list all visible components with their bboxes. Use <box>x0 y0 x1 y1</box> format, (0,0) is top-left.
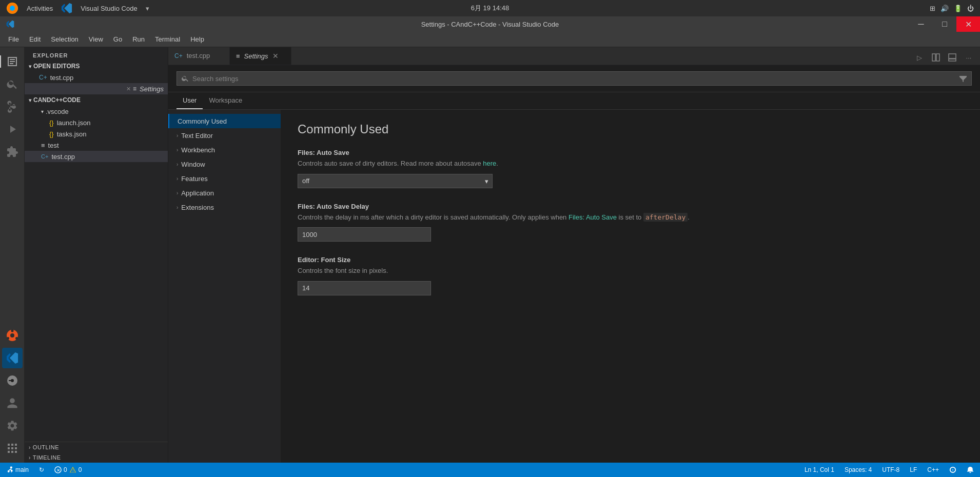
activity-dots[interactable] <box>2 438 23 459</box>
menu-help[interactable]: Help <box>186 33 208 45</box>
menu-edit[interactable]: Edit <box>25 33 45 45</box>
run-action-btn[interactable]: ▷ <box>912 50 927 65</box>
activity-disk[interactable] <box>2 370 23 391</box>
setting-auto-save-delay: Files: Auto Save Delay Controls the dela… <box>298 203 964 242</box>
outline-section[interactable]: › OUTLINE <box>25 442 168 452</box>
svg-rect-17 <box>11 451 13 453</box>
tab-workspace[interactable]: Workspace <box>203 92 248 109</box>
filter-icon[interactable] <box>959 74 967 83</box>
menu-run[interactable]: Run <box>128 33 149 45</box>
outline-label: OUTLINE <box>33 444 59 450</box>
menu-view[interactable]: View <box>85 33 107 45</box>
split-editor-btn[interactable] <box>929 50 943 65</box>
activity-explorer[interactable] <box>2 51 23 72</box>
tab-user[interactable]: User <box>177 92 203 109</box>
minimize-button[interactable]: ─ <box>909 16 933 32</box>
nav-text-editor-label: Text Editor <box>181 132 212 140</box>
svg-rect-19 <box>932 54 935 61</box>
status-ln-col[interactable]: Ln 1, Col 1 <box>802 465 836 474</box>
font-size-input[interactable] <box>298 281 431 295</box>
activity-extensions[interactable] <box>2 142 23 162</box>
test-cpp-file[interactable]: C+ test.cpp <box>25 151 168 162</box>
svg-text:!: ! <box>72 469 73 472</box>
auto-save-label: Files: Auto Save <box>298 149 964 156</box>
maximize-button[interactable]: □ <box>933 16 956 32</box>
tasks-json-name: tasks.json <box>57 130 87 138</box>
svg-rect-10 <box>8 444 10 446</box>
activity-settings[interactable] <box>2 415 23 436</box>
nav-extensions[interactable]: › Extensions <box>168 200 281 214</box>
vscode-taskbar-icon[interactable] <box>61 3 72 14</box>
vscode-folder-name: .vscode <box>46 108 69 115</box>
launch-json[interactable]: {} launch.json <box>25 117 168 128</box>
search-input[interactable] <box>192 75 959 83</box>
tab-test-cpp[interactable]: C+ test.cpp <box>168 47 230 65</box>
project-header[interactable]: ▾ CANDC++CODE <box>25 94 168 106</box>
close-button[interactable]: ✕ <box>956 16 980 32</box>
sidebar-file-settings[interactable]: ✕ ≡ Settings <box>25 83 168 94</box>
open-editors-chevron: ▾ <box>29 64 31 69</box>
toggle-panel-btn[interactable] <box>945 50 959 65</box>
nav-commonly-used[interactable]: Commonly Used <box>168 114 281 128</box>
svg-point-1 <box>10 6 15 11</box>
svg-rect-12 <box>15 444 17 446</box>
nav-commonly-used-label: Commonly Used <box>178 117 227 125</box>
sidebar-file-name-test-cpp: test.cpp <box>50 74 74 82</box>
activity-run[interactable] <box>2 119 23 140</box>
status-sync[interactable]: ↻ <box>37 465 46 474</box>
nav-window[interactable]: › Window <box>168 157 281 171</box>
nav-features-chevron: › <box>177 176 178 182</box>
svg-point-5 <box>15 337 18 340</box>
status-bell[interactable] <box>965 465 976 474</box>
activities-label[interactable]: Activities <box>27 5 53 12</box>
nav-extensions-chevron: › <box>177 205 178 210</box>
nav-text-editor-chevron: › <box>177 133 178 138</box>
more-actions-btn[interactable]: ··· <box>962 50 976 65</box>
timeline-section[interactable]: › TIMELINE <box>25 452 168 463</box>
menu-selection[interactable]: Selection <box>47 33 82 45</box>
sys-network-icon: ⊞ <box>930 5 935 12</box>
status-branch[interactable]: main <box>4 465 31 474</box>
notification-icon <box>949 466 956 473</box>
nav-features[interactable]: › Features <box>168 171 281 186</box>
status-eol[interactable]: LF <box>908 465 919 474</box>
status-errors[interactable]: ✕ 0 ! 0 <box>52 465 84 474</box>
vscode-folder[interactable]: ▾ .vscode <box>25 106 168 117</box>
status-language[interactable]: C++ <box>925 465 941 474</box>
activity-vscode-blue[interactable] <box>2 348 23 368</box>
status-encoding[interactable]: UTF-8 <box>880 465 901 474</box>
auto-save-delay-input[interactable] <box>298 227 431 242</box>
auto-save-link[interactable]: Files: Auto Save <box>569 213 617 221</box>
project-name: CANDC++CODE <box>33 96 81 104</box>
open-editors-header[interactable]: ▾ OPEN EDITORS <box>25 61 168 72</box>
error-icon: ✕ <box>54 466 62 473</box>
settings-close-btn[interactable]: ✕ <box>126 86 131 92</box>
status-notification[interactable] <box>947 465 958 474</box>
activity-source-control[interactable] <box>2 96 23 117</box>
vscode-logo <box>6 20 14 28</box>
auto-save-select[interactable]: off afterDelay onFocusChange onWindowCha… <box>298 174 493 188</box>
activity-ubuntu[interactable] <box>2 325 23 346</box>
firefox-icon[interactable] <box>6 2 18 14</box>
tab-settings[interactable]: ≡ Settings ✕ <box>230 47 291 65</box>
menu-go[interactable]: Go <box>109 33 126 45</box>
activity-search[interactable] <box>2 74 23 94</box>
status-spaces[interactable]: Spaces: 4 <box>842 465 874 474</box>
font-size-label: Editor: Font Size <box>298 256 964 264</box>
status-right: Ln 1, Col 1 Spaces: 4 UTF-8 LF C++ <box>802 465 976 474</box>
nav-workbench[interactable]: › Workbench <box>168 143 281 157</box>
tab-settings-close[interactable]: ✕ <box>272 52 279 60</box>
test-file[interactable]: ≡ test <box>25 140 168 151</box>
spaces-text: Spaces: 4 <box>845 466 872 473</box>
nav-text-editor[interactable]: › Text Editor <box>168 128 281 143</box>
search-icon <box>181 74 189 83</box>
tasks-json[interactable]: {} tasks.json <box>25 128 168 140</box>
json-file-icon-launch: {} <box>49 119 54 127</box>
menu-terminal[interactable]: Terminal <box>151 33 184 45</box>
sidebar-file-test-cpp[interactable]: C+ test.cpp <box>25 72 168 83</box>
activity-account[interactable] <box>2 393 23 413</box>
nav-application[interactable]: › Application <box>168 186 281 200</box>
menu-file[interactable]: File <box>4 33 23 45</box>
autosave-link[interactable]: here <box>483 160 496 167</box>
open-editors-label: OPEN EDITORS <box>33 63 80 70</box>
